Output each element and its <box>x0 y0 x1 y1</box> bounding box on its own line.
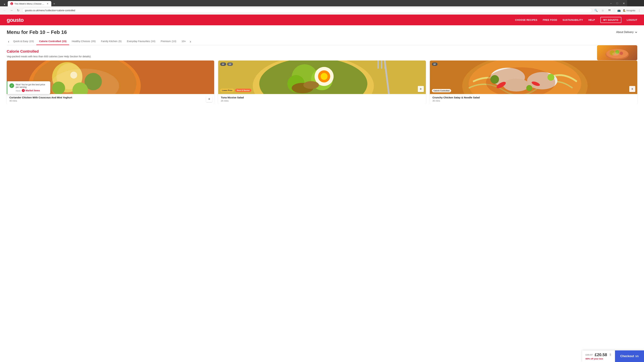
tab-title: This Week's Menu | Choose Fro... <box>14 2 45 5</box>
svg-point-40 <box>526 85 532 91</box>
recipe-badges-2: DF GF <box>220 62 233 66</box>
tab-quick-easy-count: (23) <box>29 40 34 42</box>
green-accent-bar <box>7 81 8 94</box>
incognito-label: Incognito <box>626 9 635 12</box>
url-text: gousto.co.uk/menu?collection=calorie-con… <box>25 9 589 12</box>
badge-df-3: DF <box>432 62 438 66</box>
category-hero-title: Calorie Controlled <box>7 49 637 54</box>
close-window-button[interactable]: ✕ <box>620 0 627 7</box>
extensions-button[interactable]: 🨗 <box>607 8 612 13</box>
svg-point-39 <box>548 74 554 81</box>
tooltip-next-label: Next: <box>16 89 21 92</box>
address-bar[interactable]: gousto.co.uk/menu?collection=calorie-con… <box>22 8 592 13</box>
chevron-down-icon <box>635 31 637 33</box>
tab-group-button[interactable]: ▼ <box>2 2 7 6</box>
tab-close-button[interactable]: ✕ <box>46 2 49 5</box>
tab-calorie-controlled[interactable]: Calorie Controlled (15) <box>36 38 69 45</box>
recipe-name-1: Coriander Chicken With Couscous And Mint… <box>10 96 212 99</box>
svg-point-5 <box>612 52 619 56</box>
browser-actions: 🔍 ☆ 🨗 📺 🕵 Incognito ⋮ <box>593 8 642 13</box>
tab-family-kitchen-count: (5) <box>118 40 122 42</box>
recipe-info-3: Crunchy Chicken Satay & Noodle Salad 35 … <box>430 94 637 104</box>
menu-button[interactable]: ⋮ <box>636 8 642 13</box>
nav-sustainability[interactable]: SUSTAINABILITY <box>562 18 583 21</box>
category-hero-image <box>597 45 637 60</box>
my-gousto-button[interactable]: MY GOUSTO <box>600 17 622 23</box>
tab-bar: ▼ g This Week's Menu | Choose Fro... ✕ +… <box>0 0 644 6</box>
tab-healthy-choices-label: Healthy Choices <box>72 40 90 42</box>
nav-links: CHOOSE RECIPES FREE FOOD SUSTAINABILITY … <box>515 17 637 23</box>
tab-everyday-favourites-label: Everyday Favourites <box>127 40 150 42</box>
tab-premium-label: Premium <box>161 40 171 42</box>
recipe-card-3: DF Calorie Controlled + Crunchy Chicken … <box>430 60 637 104</box>
tooltip-popup: ✓ Nice! You've got the best price per se… <box>7 81 50 94</box>
window-controls: – □ ✕ <box>608 0 627 7</box>
recipe-food-svg-3 <box>430 60 637 94</box>
recipe-bottom-badges-3: Calorie Controlled <box>432 89 451 92</box>
new-tab-button[interactable]: + <box>52 1 56 6</box>
recipe-image-2: DF GF Lower Price Save & Savour + <box>218 60 426 94</box>
tab-favicon: g <box>10 2 13 5</box>
nav-help[interactable]: HELP <box>588 18 595 21</box>
tooltip-market-link[interactable]: ? Market items <box>22 89 40 92</box>
badge-lower-price: Lower Price <box>220 89 234 92</box>
badge-gf: GF <box>227 62 233 66</box>
tab-calorie-controlled-count: (15) <box>62 40 66 42</box>
recipe-time-3: 35 mins <box>432 99 634 102</box>
tab-more[interactable]: 10+ <box>179 38 188 45</box>
badge-df: DF <box>220 62 226 66</box>
svg-point-4 <box>620 52 623 55</box>
category-hero: Calorie Controlled Veg-packed meals with… <box>7 49 637 58</box>
tab-healthy-choices[interactable]: Healthy Choices (35) <box>69 38 98 45</box>
tab-family-kitchen[interactable]: Family Kitchen (5) <box>98 38 124 45</box>
search-icon-button[interactable]: 🔍 <box>593 8 599 13</box>
back-button[interactable]: ← <box>2 8 8 13</box>
tab-quick-easy[interactable]: Quick & Easy (23) <box>10 38 36 45</box>
nav-choose-recipes[interactable]: CHOOSE RECIPES <box>515 18 537 21</box>
incognito-icon: 🕵 <box>623 9 626 12</box>
tab-family-kitchen-label: Family Kitchen <box>101 40 118 42</box>
site-logo[interactable]: gousto <box>7 17 24 23</box>
svg-point-15 <box>70 71 77 78</box>
recipe-card-2: DF GF Lower Price Save & Savour + Tuna N… <box>218 60 426 104</box>
nav-free-food[interactable]: FREE FOOD <box>543 18 557 21</box>
tooltip-message: Nice! You've got the best price per serv… <box>16 83 48 88</box>
about-delivery-label: About Delivery <box>616 31 634 34</box>
maximize-button[interactable]: □ <box>614 0 620 7</box>
tooltip-check-icon: ✓ <box>10 83 14 88</box>
recipe-time-2: 25 mins <box>221 99 423 102</box>
recipe-image-3: DF Calorie Controlled + <box>430 60 637 94</box>
minimize-button[interactable]: – <box>608 0 614 7</box>
browser-navigation-bar: ← → ↻ gousto.co.uk/menu?collection=calor… <box>0 6 644 14</box>
tooltip-link-label: Market items <box>26 89 40 92</box>
tab-calorie-controlled-label: Calorie Controlled <box>39 40 61 42</box>
add-recipe-button-1[interactable]: + <box>206 96 212 102</box>
about-delivery-button[interactable]: About Delivery <box>616 31 637 34</box>
tab-everyday-favourites-count: (10) <box>151 40 155 42</box>
recipe-info-1: Coriander Chicken With Couscous And Mint… <box>7 94 214 104</box>
tab-scroll-right[interactable]: › <box>188 38 192 45</box>
add-recipe-button-2[interactable]: + <box>418 86 424 92</box>
cast-button[interactable]: 📺 <box>616 8 622 13</box>
category-hero-description: Veg-packed meals with less than 600 calo… <box>7 55 637 58</box>
tooltip-content: Nice! You've got the best price per serv… <box>16 83 48 92</box>
tab-scroll-left[interactable]: ‹ <box>7 38 10 45</box>
svg-point-26 <box>304 81 319 89</box>
svg-point-24 <box>321 73 328 80</box>
tab-everyday-favourites[interactable]: Everyday Favourites (10) <box>124 38 158 45</box>
incognito-badge: 🕵 Incognito <box>623 9 635 12</box>
forward-button[interactable]: → <box>9 8 14 13</box>
bookmark-button[interactable]: ☆ <box>600 8 606 13</box>
reload-button[interactable]: ↻ <box>16 8 21 13</box>
recipe-badges-3: DF <box>432 62 438 66</box>
active-tab[interactable]: g This Week's Menu | Choose Fro... ✕ <box>8 1 51 6</box>
recipe-card-1: ✓ Nice! You've got the best price per se… <box>7 60 214 104</box>
tab-premium-count: (13) <box>172 40 176 42</box>
add-recipe-button-3[interactable]: + <box>629 86 635 92</box>
tab-premium[interactable]: Premium (13) <box>158 38 179 45</box>
site-container: gousto CHOOSE RECIPES FREE FOOD SUSTAINA… <box>0 14 644 104</box>
tab-healthy-choices-count: (35) <box>91 40 96 42</box>
recipe-bottom-badges-2: Lower Price Save & Savour <box>220 89 251 92</box>
nav-logout[interactable]: LOGOUT <box>627 18 637 21</box>
menu-header: Menu for Feb 10 – Feb 16 About Delivery <box>7 29 637 35</box>
